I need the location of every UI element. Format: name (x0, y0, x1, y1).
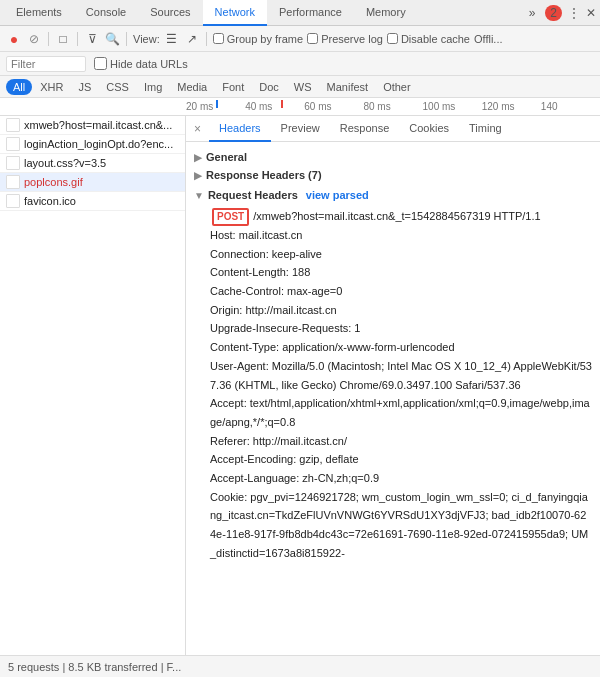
header-row-4: Origin: http://mail.itcast.cn (194, 301, 592, 320)
type-filter-other[interactable]: Other (376, 79, 418, 95)
view-label: View: (133, 33, 160, 45)
file-item-1[interactable]: loginAction_loginOpt.do?enc... (0, 135, 185, 154)
file-item-4[interactable]: favicon.ico (0, 192, 185, 211)
type-filter-all[interactable]: All (6, 79, 32, 95)
tab-elements[interactable]: Elements (4, 0, 74, 26)
file-item-2[interactable]: layout.css?v=3.5 (0, 154, 185, 173)
tab-bar: Elements Console Sources Network Perform… (0, 0, 600, 26)
timeline-label-6: 140 (541, 101, 600, 112)
general-label: General (206, 151, 247, 163)
sub-tab-response[interactable]: Response (330, 116, 400, 142)
list-view-button[interactable]: ↗ (184, 31, 200, 47)
file-icon-3 (6, 175, 20, 189)
preserve-log-label: Preserve log (321, 33, 383, 45)
toolbar: ● ⊘ □ ⊽ 🔍 View: ☰ ↗ Group by frame Prese… (0, 26, 600, 52)
tab-network[interactable]: Network (203, 0, 267, 26)
file-icon-0 (6, 118, 20, 132)
hide-data-urls[interactable]: Hide data URLs (94, 57, 188, 70)
type-filter-font[interactable]: Font (215, 79, 251, 95)
header-row-2: Content-Length: 188 (194, 263, 592, 282)
type-filter-media[interactable]: Media (170, 79, 214, 95)
type-filter-js[interactable]: JS (71, 79, 98, 95)
preserve-log-checkbox[interactable] (307, 33, 318, 44)
hide-data-urls-label: Hide data URLs (110, 58, 188, 70)
header-row-text-0: Host: mail.itcast.cn (210, 226, 302, 245)
preserve-log[interactable]: Preserve log (307, 33, 383, 45)
sub-tab-preview[interactable]: Preview (271, 116, 330, 142)
tab-memory[interactable]: Memory (354, 0, 418, 26)
header-row-10: Accept-Encoding: gzip, deflate (194, 450, 592, 469)
filter-bar: Hide data URLs (0, 52, 600, 76)
header-row-text-12: Cookie: pgv_pvi=1246921728; wm_custom_lo… (210, 488, 592, 563)
sub-tab-cookies[interactable]: Cookies (399, 116, 459, 142)
timeline-marker-blue (216, 100, 218, 108)
header-row-text-6: Content-Type: application/x-www-form-url… (210, 338, 455, 357)
main-area: xmweb?host=mail.itcast.cn&...loginAction… (0, 116, 600, 655)
toolbar-separator-3 (126, 32, 127, 46)
header-row-11: Accept-Language: zh-CN,zh;q=0.9 (194, 469, 592, 488)
tab-sources[interactable]: Sources (138, 0, 202, 26)
stop-recording-button[interactable]: ⊘ (26, 31, 42, 47)
record-button[interactable]: ● (6, 31, 22, 47)
request-headers-section[interactable]: ▼ Request Headers view parsed (194, 184, 592, 206)
type-filter-ws[interactable]: WS (287, 79, 319, 95)
close-button[interactable]: ✕ (586, 6, 596, 20)
offline-label: Offli... (474, 33, 503, 45)
sub-tab-timing[interactable]: Timing (459, 116, 512, 142)
grid-view-button[interactable]: ☰ (164, 31, 180, 47)
type-filter-manifest[interactable]: Manifest (320, 79, 376, 95)
tab-bar-extras: » 2 ⋮ ✕ (529, 5, 596, 21)
file-icon-1 (6, 137, 20, 151)
response-headers-label: Response Headers (7) (206, 169, 322, 181)
status-bar: 5 requests | 8.5 KB transferred | F... (0, 655, 600, 677)
group-by-frame[interactable]: Group by frame (213, 33, 303, 45)
filter-input[interactable] (6, 56, 86, 72)
file-name-1: loginAction_loginOpt.do?enc... (24, 138, 179, 150)
toolbar-separator-4 (206, 32, 207, 46)
disable-cache[interactable]: Disable cache (387, 33, 470, 45)
search-button[interactable]: 🔍 (104, 31, 120, 47)
file-item-3[interactable]: poplcons.gif (0, 173, 185, 192)
type-filter-xhr[interactable]: XHR (33, 79, 70, 95)
tab-console[interactable]: Console (74, 0, 138, 26)
file-name-0: xmweb?host=mail.itcast.cn&... (24, 119, 179, 131)
header-row-12: Cookie: pgv_pvi=1246921728; wm_custom_lo… (194, 488, 592, 563)
settings-button[interactable]: ⋮ (568, 6, 580, 20)
right-panel: × HeadersPreviewResponseCookiesTiming ▶ … (186, 116, 600, 655)
more-tabs-button[interactable]: » (529, 6, 536, 20)
hide-data-urls-checkbox[interactable] (94, 57, 107, 70)
response-headers-section[interactable]: ▶ Response Headers (7) (194, 166, 592, 184)
post-badge: POST (212, 208, 249, 226)
request-headers-row: Request Headers view parsed (208, 187, 369, 203)
sub-tab-close[interactable]: × (194, 122, 201, 136)
request-headers-label: Request Headers (208, 189, 298, 201)
file-icon-4 (6, 194, 20, 208)
type-filter-doc[interactable]: Doc (252, 79, 286, 95)
timeline-inner: 20 ms40 ms60 ms80 ms100 ms120 ms140 (186, 98, 600, 116)
header-row-5: Upgrade-Insecure-Requests: 1 (194, 319, 592, 338)
type-filter-img[interactable]: Img (137, 79, 169, 95)
header-row-text-5: Upgrade-Insecure-Requests: 1 (210, 319, 360, 338)
file-item-0[interactable]: xmweb?host=mail.itcast.cn&... (0, 116, 185, 135)
group-by-frame-checkbox[interactable] (213, 33, 224, 44)
header-row-text-2: Content-Length: 188 (210, 263, 310, 282)
filter-button[interactable]: ⊽ (84, 31, 100, 47)
camera-button[interactable]: □ (55, 31, 71, 47)
toolbar-separator-1 (48, 32, 49, 46)
sub-tabs: × HeadersPreviewResponseCookiesTiming (186, 116, 600, 142)
tab-performance[interactable]: Performance (267, 0, 354, 26)
file-name-3: poplcons.gif (24, 176, 179, 188)
header-row-7: User-Agent: Mozilla/5.0 (Macintosh; Inte… (194, 357, 592, 394)
header-row-9: Referer: http://mail.itcast.cn/ (194, 432, 592, 451)
type-filter-css[interactable]: CSS (99, 79, 136, 95)
toolbar-separator-2 (77, 32, 78, 46)
timeline-label-1: 40 ms (245, 101, 304, 112)
general-section[interactable]: ▶ General (194, 148, 592, 166)
type-filter-bar: AllXHRJSCSSImgMediaFontDocWSManifestOthe… (0, 76, 600, 98)
sub-tab-headers[interactable]: Headers (209, 116, 271, 142)
header-row-text-10: Accept-Encoding: gzip, deflate (210, 450, 359, 469)
disable-cache-checkbox[interactable] (387, 33, 398, 44)
error-badge: 2 (545, 5, 562, 21)
header-row-text-9: Referer: http://mail.itcast.cn/ (210, 432, 347, 451)
view-parsed-link[interactable]: view parsed (306, 189, 369, 201)
